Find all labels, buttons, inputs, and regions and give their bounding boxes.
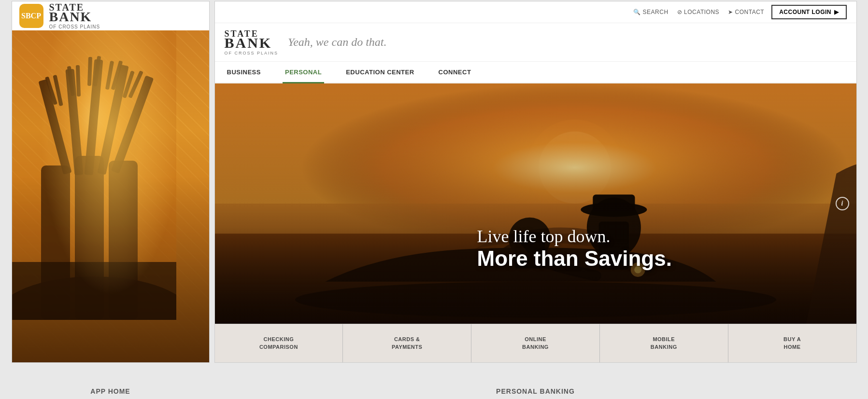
logo-bank: BANK [225,36,279,50]
nav-personal[interactable]: PERSONAL [283,62,324,83]
info-icon[interactable]: i [836,197,849,210]
login-arrow-icon: ▶ [834,9,839,15]
left-panel: SBCP STATE BANK OF CROSS PLAINS [12,1,210,363]
locations-link[interactable]: ⊘ LOCATIONS [677,9,719,15]
tagline-text: Yeah, we can do that. [288,36,386,49]
svg-rect-8 [53,75,63,106]
account-login-button[interactable]: ACCOUNT LOGIN ▶ [771,5,846,19]
contact-label: CONTACT [735,9,765,15]
app-hero-image [12,30,209,362]
hero-line1: Live life top down. [477,226,671,247]
tile-buy-home[interactable]: BUY AHOME [728,324,856,362]
logo-crossplains: OF CROSS PLAINS [225,51,279,55]
svg-rect-20 [12,30,176,320]
svg-rect-4 [84,59,103,176]
hands-image [12,30,209,362]
svg-rect-9 [67,66,75,96]
svg-rect-17 [41,165,70,320]
svg-rect-6 [111,75,154,173]
hero-line2: More than Savings. [477,247,671,271]
login-label: ACCOUNT LOGIN [779,9,831,15]
svg-rect-5 [97,65,128,175]
bank-logo-area: STATE BANK OF CROSS PLAINS Yeah, we can … [215,23,856,62]
svg-rect-19 [109,161,138,320]
contact-icon: ➤ [728,9,733,15]
nav-connect[interactable]: CONNECT [436,62,474,83]
search-icon: 🔍 [633,9,641,15]
svg-rect-13 [105,61,114,90]
svg-rect-16 [128,70,143,98]
tile-online-banking[interactable]: ONLINEBANKING [471,324,600,362]
svg-rect-18 [75,156,104,320]
logo-bank-text: BANK [49,10,100,24]
svg-point-1 [12,276,176,320]
bank-name-logo: STATE BANK OF CROSS PLAINS [49,2,100,29]
logo-sub-text: OF CROSS PLAINS [49,25,100,29]
nav-bar: BUSINESS PERSONAL EDUCATION CENTER CONNE… [215,62,856,83]
right-panel: 🔍 SEARCH ⊘ LOCATIONS ➤ CONTACT ACCOUNT L… [214,1,857,363]
hero-section: Live life top down. More than Savings. i [215,83,856,324]
tile-checking[interactable]: CHECKINGCOMPARISON [215,324,343,362]
svg-rect-14 [111,60,123,90]
locations-label: LOCATIONS [684,9,719,15]
tile-mobile-banking[interactable]: MOBILEBANKING [600,324,728,362]
search-label: SEARCH [643,9,669,15]
bank-logo-text: STATE BANK OF CROSS PLAINS [225,29,279,55]
svg-rect-11 [87,57,92,86]
bottom-tiles: CHECKINGCOMPARISON CARDS &PAYMENTS ONLIN… [215,324,856,362]
nav-business[interactable]: BUSINESS [225,62,263,83]
location-icon: ⊘ [677,9,683,15]
hero-text: Live life top down. More than Savings. [477,226,671,271]
svg-rect-2 [38,79,71,175]
app-home-caption: APP HOME [12,385,210,398]
sbcp-logo-icon: SBCP [19,4,43,28]
svg-rect-12 [93,56,101,87]
svg-rect-0 [12,30,176,320]
svg-rect-10 [75,65,80,96]
svg-rect-7 [44,76,57,105]
tile-cards-payments[interactable]: CARDS &PAYMENTS [343,324,471,362]
nav-education[interactable]: EDUCATION CENTER [343,62,416,83]
top-bar: 🔍 SEARCH ⊘ LOCATIONS ➤ CONTACT ACCOUNT L… [215,1,856,23]
search-link[interactable]: 🔍 SEARCH [633,9,669,15]
personal-banking-caption: PERSONAL BANKING [214,385,857,398]
svg-rect-37 [215,83,856,324]
svg-rect-15 [122,70,135,98]
svg-rect-3 [65,69,83,176]
app-header: SBCP STATE BANK OF CROSS PLAINS [12,1,209,30]
contact-link[interactable]: ➤ CONTACT [728,9,764,15]
top-bar-links: 🔍 SEARCH ⊘ LOCATIONS ➤ CONTACT [633,9,764,15]
svg-rect-21 [12,262,176,320]
